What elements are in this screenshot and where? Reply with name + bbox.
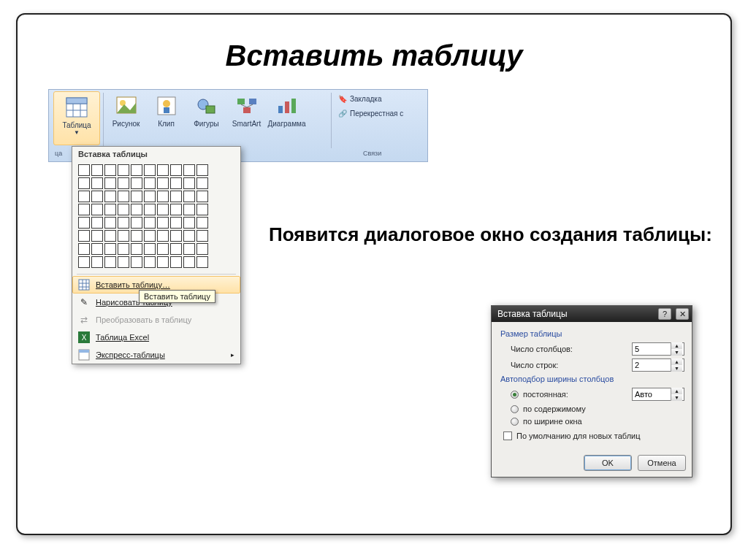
bookmark-button[interactable]: 🔖 Закладка xyxy=(335,91,384,106)
grid-cell[interactable] xyxy=(118,256,129,268)
grid-cell[interactable] xyxy=(118,191,129,202)
grid-cell[interactable] xyxy=(91,217,103,229)
grid-cell[interactable] xyxy=(104,217,116,229)
grid-cell[interactable] xyxy=(104,177,116,189)
rows-input[interactable] xyxy=(633,361,671,369)
grid-cell[interactable] xyxy=(131,177,142,189)
ok-button[interactable]: OK xyxy=(584,455,632,471)
spin-down-icon[interactable]: ▼ xyxy=(671,365,682,372)
grid-cell[interactable] xyxy=(170,243,182,255)
grid-cell[interactable] xyxy=(104,256,116,268)
cancel-button[interactable]: Отмена xyxy=(638,455,686,471)
grid-cell[interactable] xyxy=(78,256,90,268)
grid-cell[interactable] xyxy=(183,230,195,242)
spin-up-icon[interactable]: ▲ xyxy=(671,342,682,349)
grid-cell[interactable] xyxy=(78,191,90,202)
grid-cell[interactable] xyxy=(183,191,195,202)
grid-cell[interactable] xyxy=(144,191,156,202)
grid-cell[interactable] xyxy=(131,217,142,229)
excel-table-item[interactable]: X Таблица Excel xyxy=(72,329,240,346)
spin-down-icon[interactable]: ▼ xyxy=(671,349,682,356)
grid-cell[interactable] xyxy=(196,191,208,202)
help-button[interactable]: ? xyxy=(658,308,671,320)
grid-cell[interactable] xyxy=(104,243,116,255)
grid-cell[interactable] xyxy=(78,230,90,242)
grid-cell[interactable] xyxy=(131,243,142,255)
grid-cell[interactable] xyxy=(78,177,90,189)
grid-cell[interactable] xyxy=(144,177,156,189)
grid-cell[interactable] xyxy=(144,256,156,268)
grid-cell[interactable] xyxy=(196,256,208,268)
picture-button[interactable]: Рисунок xyxy=(106,91,146,142)
grid-cell[interactable] xyxy=(144,217,156,229)
grid-cell[interactable] xyxy=(157,191,169,202)
grid-cell[interactable] xyxy=(78,164,90,176)
spin-down-icon[interactable]: ▼ xyxy=(671,394,682,401)
grid-cell[interactable] xyxy=(157,230,169,242)
grid-cell[interactable] xyxy=(196,243,208,255)
grid-cell[interactable] xyxy=(131,256,142,268)
grid-cell[interactable] xyxy=(170,217,182,229)
grid-cell[interactable] xyxy=(78,217,90,229)
fixed-width-input[interactable] xyxy=(633,390,671,399)
radio-fixed[interactable] xyxy=(511,391,519,399)
chart-button[interactable]: Диаграмма xyxy=(267,91,307,142)
grid-cell[interactable] xyxy=(118,204,129,215)
grid-cell[interactable] xyxy=(157,177,169,189)
rows-spinbox[interactable]: ▲▼ xyxy=(632,358,684,372)
grid-cell[interactable] xyxy=(170,191,182,202)
table-button[interactable]: Таблица ▼ xyxy=(55,93,99,144)
clip-button[interactable]: Клип xyxy=(146,91,186,142)
grid-cell[interactable] xyxy=(157,256,169,268)
grid-cell[interactable] xyxy=(157,243,169,255)
close-button[interactable]: ✕ xyxy=(676,308,689,320)
dialog-titlebar[interactable]: Вставка таблицы ? ✕ xyxy=(492,306,692,322)
grid-cell[interactable] xyxy=(183,204,195,215)
table-size-picker[interactable] xyxy=(78,164,234,268)
grid-cell[interactable] xyxy=(118,164,129,176)
fixed-width-combo[interactable]: ▲▼ xyxy=(632,388,684,401)
insert-table-item[interactable]: Вставить таблицу… Вставить таблицу xyxy=(72,276,240,294)
grid-cell[interactable] xyxy=(118,243,129,255)
grid-cell[interactable] xyxy=(196,230,208,242)
radio-content[interactable] xyxy=(511,405,519,413)
grid-cell[interactable] xyxy=(91,243,103,255)
grid-cell[interactable] xyxy=(91,164,103,176)
default-checkbox[interactable] xyxy=(503,431,512,440)
grid-cell[interactable] xyxy=(118,177,129,189)
grid-cell[interactable] xyxy=(170,204,182,215)
grid-cell[interactable] xyxy=(131,164,142,176)
grid-cell[interactable] xyxy=(183,164,195,176)
grid-cell[interactable] xyxy=(91,177,103,189)
grid-cell[interactable] xyxy=(170,230,182,242)
radio-window[interactable] xyxy=(511,418,519,426)
grid-cell[interactable] xyxy=(196,164,208,176)
spin-up-icon[interactable]: ▲ xyxy=(671,388,682,394)
grid-cell[interactable] xyxy=(78,204,90,215)
grid-cell[interactable] xyxy=(183,217,195,229)
columns-input[interactable] xyxy=(633,345,671,353)
grid-cell[interactable] xyxy=(144,230,156,242)
grid-cell[interactable] xyxy=(183,256,195,268)
columns-spinbox[interactable]: ▲▼ xyxy=(632,342,684,356)
grid-cell[interactable] xyxy=(91,230,103,242)
grid-cell[interactable] xyxy=(196,177,208,189)
grid-cell[interactable] xyxy=(170,164,182,176)
grid-cell[interactable] xyxy=(144,164,156,176)
grid-cell[interactable] xyxy=(131,230,142,242)
grid-cell[interactable] xyxy=(157,164,169,176)
grid-cell[interactable] xyxy=(183,243,195,255)
grid-cell[interactable] xyxy=(118,217,129,229)
grid-cell[interactable] xyxy=(104,230,116,242)
grid-cell[interactable] xyxy=(104,204,116,215)
grid-cell[interactable] xyxy=(91,256,103,268)
express-tables-item[interactable]: Экспресс-таблицы ▸ xyxy=(72,346,240,364)
grid-cell[interactable] xyxy=(131,191,142,202)
grid-cell[interactable] xyxy=(170,177,182,189)
grid-cell[interactable] xyxy=(196,204,208,215)
smartart-button[interactable]: SmartArt xyxy=(226,91,267,142)
grid-cell[interactable] xyxy=(157,217,169,229)
grid-cell[interactable] xyxy=(118,230,129,242)
grid-cell[interactable] xyxy=(104,164,116,176)
grid-cell[interactable] xyxy=(144,204,156,215)
